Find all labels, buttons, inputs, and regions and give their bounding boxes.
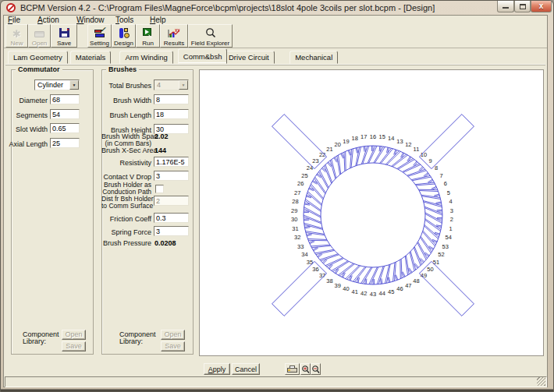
- brush-holder-checkbox[interactable]: [155, 185, 164, 193]
- brushes-library-save-button[interactable]: Save: [161, 341, 185, 351]
- segment-number: 51: [433, 259, 439, 266]
- print-button[interactable]: [285, 363, 300, 375]
- maximize-button[interactable]: [514, 1, 531, 12]
- segment-number: 21: [326, 146, 332, 153]
- segment-number: 31: [292, 225, 298, 232]
- menu-item-window[interactable]: Window: [76, 16, 105, 24]
- commutator-library-label-2: Library:: [23, 337, 62, 345]
- results-icon: XY: [161, 26, 187, 39]
- spring-force-label: Spring Force: [101, 228, 151, 236]
- segments-field[interactable]: 54: [50, 109, 80, 119]
- commutator-legend: Commutator: [16, 65, 62, 73]
- new-toolbar-label: New: [6, 40, 27, 47]
- segment-number: 14: [388, 135, 394, 142]
- setting-toolbar-button[interactable]: ✓Setting: [87, 24, 112, 48]
- segment-number: 34: [301, 251, 307, 258]
- resistivity-field[interactable]: 1.176E-5: [154, 157, 189, 167]
- brushes-library-open-button[interactable]: Open: [161, 330, 185, 340]
- segment-number: 19: [343, 138, 349, 145]
- total-brushes-select[interactable]: 4 ▼: [154, 79, 189, 90]
- print-icon-paper: [289, 366, 295, 369]
- friction-coeff-label: Friction Coeff: [101, 215, 151, 223]
- tab-comm-bsh[interactable]: Comm&bsh: [178, 48, 228, 64]
- apply-button[interactable]: Apply: [204, 363, 230, 375]
- total-brushes-label: Total Brushes: [101, 82, 151, 90]
- menu-item-action[interactable]: Action: [37, 16, 59, 24]
- segment-number: 5: [447, 189, 450, 196]
- brush-pressure-value: 0.0208: [154, 239, 176, 247]
- commutator-library-open-button[interactable]: Open: [62, 330, 86, 340]
- menu-bar: FileActionWindowToolsHelp: [4, 16, 547, 24]
- segment-number: 4: [449, 198, 452, 205]
- title-bar[interactable]: BCPM Version 4.2 - C:\Program Files\Magn…: [1, 1, 553, 15]
- design-toolbar-button[interactable]: Design: [112, 24, 136, 48]
- brush-width-field[interactable]: 8: [154, 94, 189, 104]
- new-toolbar-button: ✱New: [5, 24, 28, 48]
- brush-xsec-label: Brush X-Sec Area: [101, 147, 151, 154]
- field-explorer-toolbar-button[interactable]: Field Explorer: [188, 24, 233, 48]
- run-toolbar-label: Run: [137, 40, 159, 47]
- menu-item-file[interactable]: File: [8, 16, 20, 24]
- chevron-down-icon[interactable]: ▼: [69, 80, 79, 90]
- segment-number: 32: [294, 234, 300, 241]
- friction-coeff-field[interactable]: 0.3: [154, 213, 189, 223]
- spring-force-field[interactable]: 3: [154, 226, 189, 236]
- tab-materials[interactable]: Materials: [70, 51, 112, 64]
- resize-grip-icon[interactable]: [537, 377, 545, 386]
- tab-lam-geometry[interactable]: Lam Geometry: [8, 51, 68, 64]
- commutator-library-save-button[interactable]: Save: [62, 341, 86, 351]
- segment-number: 1: [449, 225, 452, 232]
- contact-v-drop-field[interactable]: 3: [154, 171, 189, 181]
- zoom-out-icon: [311, 365, 320, 375]
- commutator-type-select[interactable]: Cylinder ▼: [34, 79, 80, 90]
- segment-number: 48: [413, 277, 419, 284]
- svg-text:XY: XY: [175, 28, 180, 33]
- segment-number: 47: [405, 282, 411, 289]
- brush-length-field[interactable]: 18: [154, 109, 189, 119]
- field-explorer-toolbar-label: Field Explorer: [189, 40, 232, 47]
- diameter-field[interactable]: 68: [50, 94, 80, 104]
- open-toolbar-button: Open: [28, 24, 51, 48]
- segment-number: 36: [312, 266, 318, 273]
- save-toolbar-label: Save: [51, 40, 76, 47]
- results-toolbar-button[interactable]: XYResults: [160, 24, 188, 48]
- toolbar: ✱NewOpenSave✓SettingDesignRunXYResultsFi…: [4, 24, 547, 48]
- commutator-type-value: Cylinder: [37, 81, 63, 89]
- save-toolbar-button[interactable]: Save: [51, 24, 77, 48]
- segment-number: 41: [352, 288, 358, 295]
- zoom-in-icon: [301, 365, 310, 375]
- segment-number: 17: [360, 133, 367, 140]
- minimize-button[interactable]: [497, 1, 514, 12]
- menu-item-tools[interactable]: Tools: [115, 16, 133, 24]
- results-toolbar-label: Results: [161, 40, 187, 47]
- segment-number: 3: [450, 207, 453, 214]
- bcpm-app-icon: [6, 3, 16, 12]
- run-toolbar-button[interactable]: Run: [136, 24, 160, 48]
- segment-number: 24: [307, 164, 313, 171]
- tab-drive-circuit[interactable]: Drive Circuit: [223, 51, 275, 64]
- segments-label: Segments: [4, 111, 48, 119]
- axial-length-field[interactable]: 25: [50, 138, 80, 148]
- tab-mechanical[interactable]: Mechanical: [289, 51, 338, 64]
- tab-strip: Lam GeometryMaterialsArm WindingComm&bsh…: [5, 48, 545, 64]
- segment-number: 16: [370, 133, 376, 140]
- segment-number: 2: [450, 216, 453, 223]
- segment-number: 42: [360, 290, 367, 297]
- menu-item-help[interactable]: Help: [150, 16, 166, 24]
- commutator-diagram: 1234567891011121314151617181920212223242…: [200, 70, 543, 355]
- slot-width-field[interactable]: 0.65: [50, 123, 80, 133]
- cancel-button[interactable]: Cancel: [232, 363, 260, 375]
- segment-number: 7: [439, 172, 442, 179]
- setting-toolbar-label: Setting: [88, 40, 111, 47]
- design-toolbar-label: Design: [112, 40, 135, 47]
- new-icon: ✱: [6, 26, 27, 39]
- close-button[interactable]: x: [531, 1, 552, 12]
- zoom-in-button[interactable]: [300, 363, 311, 375]
- axial-length-label: Axial Length: [4, 140, 48, 148]
- segment-number: 53: [442, 243, 449, 250]
- zoom-out-button[interactable]: [311, 363, 321, 375]
- total-brushes-value: 4: [157, 81, 161, 89]
- dist-holder-field: 2: [154, 196, 189, 206]
- save-icon: [51, 26, 76, 39]
- tab-arm-winding[interactable]: Arm Winding: [119, 51, 172, 64]
